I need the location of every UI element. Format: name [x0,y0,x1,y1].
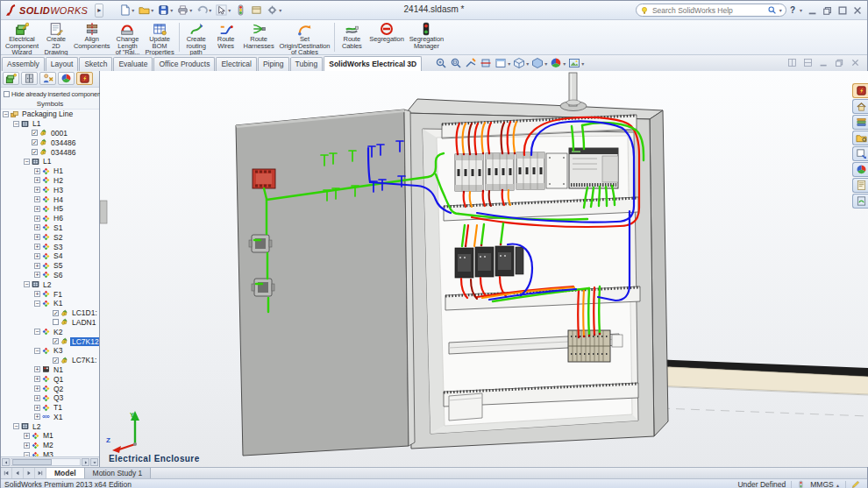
tree-item-checkbox[interactable]: ✓ [53,310,59,316]
graphics-area[interactable]: Y Z Electrical Enclosure [100,71,868,467]
tree-item-0001[interactable]: ✓0001 [1,129,99,138]
expand-icon[interactable]: + [34,196,40,202]
expand-icon[interactable]: + [34,263,40,269]
design-library-tab[interactable] [852,115,868,130]
help-button[interactable]: ? [790,5,795,15]
tree-item-m1[interactable]: +M1 [1,431,99,441]
dropdown-caret-icon[interactable]: ▾ [228,7,231,13]
segregation-manager-button[interactable]: SegregationManager [407,20,446,54]
dropdown-caret-icon[interactable]: ▾ [581,60,584,67]
section-view-button[interactable] [480,57,492,69]
tree-item-h3[interactable]: +H3 [1,185,99,194]
tree-item-packaging-line[interactable]: −Packaging Line [1,110,99,119]
tree-item-lc7k12[interactable]: ✓LC7K12 [1,336,99,346]
tree-item-lc1d1[interactable]: ✓LC1D1: [1,308,99,318]
dropdown-caret-icon[interactable]: ▾ [151,7,153,13]
file-explorer-tab[interactable] [852,131,868,145]
collapse-icon[interactable]: − [3,111,9,117]
tree-item-h1[interactable]: +H1 [1,166,99,176]
tab-office-products[interactable]: Office Products [153,57,215,71]
appearances-tab[interactable] [852,162,868,177]
minimize-button[interactable] [806,4,819,16]
tree-item-s4[interactable]: +S4 [1,251,99,261]
tree-item-q2[interactable]: +Q2 [1,384,99,393]
new-document-button[interactable]: ▾ [117,4,136,17]
hide-inserted-checkbox[interactable] [4,91,10,97]
collapse-icon[interactable]: − [24,159,30,165]
restore-button[interactable] [821,4,834,16]
maximize-button[interactable] [836,4,849,16]
expand-icon[interactable]: + [34,385,40,392]
expand-icon[interactable]: + [34,376,40,382]
expand-icon[interactable]: + [34,405,40,411]
expand-icon[interactable]: + [24,442,30,449]
nav-prev-button[interactable] [12,468,24,478]
contactors[interactable] [455,246,523,278]
sheet-tab-model[interactable]: Model [46,468,85,478]
tree-item-m3[interactable]: −M3 [1,450,99,456]
route-harnesses-button[interactable]: RouteHarnesses [241,20,277,54]
door-terminal-red[interactable] [253,169,275,188]
close-doc-button[interactable] [849,57,862,68]
align-components-button[interactable]: AlignComponents [71,20,113,54]
search-input[interactable] [651,5,765,16]
tree-item-l2[interactable]: −L2 [1,279,99,289]
dropdown-caret-icon[interactable]: ▾ [279,7,281,13]
dropdown-caret-icon[interactable]: ▾ [563,60,566,67]
expand-icon[interactable]: + [34,168,40,174]
tab-solidworks-electrical-3d[interactable]: SolidWorks Electrical 3D [324,56,422,71]
manufacturer-parts-tab[interactable] [39,72,56,85]
search-caret[interactable]: ▾ [779,7,782,13]
view-palette-tab[interactable] [852,146,868,161]
display-style-button[interactable]: ▾ [531,57,547,69]
appearances-button[interactable]: ▾ [550,57,566,69]
minimize-doc-button[interactable] [817,57,830,68]
split-horizontal-button[interactable] [786,57,799,68]
collapse-icon[interactable]: − [24,281,30,287]
tree-item-h6[interactable]: +H6 [1,214,99,223]
options-button[interactable]: ▾ [265,4,283,17]
split-vertical-button[interactable] [801,57,815,68]
expand-icon[interactable]: + [34,206,40,212]
tab-layout[interactable]: Layout [46,57,79,71]
nav-next-button[interactable] [24,468,35,478]
zoom-to-fit-button[interactable] [435,57,447,69]
custom-properties-tab[interactable] [852,178,868,193]
solidworks-resources-tab[interactable] [852,83,868,98]
expand-icon[interactable]: + [34,216,40,222]
dropdown-caret-icon[interactable]: ▾ [544,60,547,67]
collapse-icon[interactable]: − [13,423,19,429]
units-selector[interactable]: MMGS ▲ [810,480,840,488]
tree-item-m2[interactable]: +M2 [1,441,99,450]
nav-first-button[interactable] [1,468,12,478]
save-button[interactable]: ▾ [156,4,174,17]
tree-item-l1[interactable]: −L1 [1,157,99,166]
route-cables-button[interactable]: RouteCables [337,20,366,54]
tree-item-checkbox[interactable] [53,319,59,325]
collapse-icon[interactable]: − [13,121,19,127]
help-caret[interactable]: ▾ [800,7,802,13]
expand-icon[interactable]: + [34,291,40,297]
search-icon[interactable] [767,5,777,15]
dropdown-caret-icon[interactable]: ▾ [526,60,529,67]
tree-item-ladn1[interactable]: LADN1 [1,318,99,328]
route-wires-button[interactable]: RouteWires [211,20,241,54]
collapse-icon[interactable]: − [34,348,40,354]
dropdown-caret-icon[interactable]: ▾ [209,7,211,13]
segregation-button[interactable]: Segregation [366,20,406,54]
scrollbar-thumb[interactable] [12,459,52,465]
tree-item-h5[interactable]: +H5 [1,204,99,214]
expand-icon[interactable]: + [24,433,30,439]
expand-icon[interactable]: + [34,244,40,250]
zoom-to-area-button[interactable] [450,57,462,69]
status-lights-button[interactable] [233,4,248,17]
file-properties-button[interactable] [249,4,264,17]
tree-item-checkbox[interactable]: ✓ [32,130,38,136]
tab-sketch[interactable]: Sketch [79,57,112,71]
tree-item-n1[interactable]: +N1 [1,365,99,375]
dropdown-caret-icon[interactable]: ▾ [189,7,192,13]
scene-button[interactable]: ▾ [568,57,584,69]
create-routing-path-button[interactable]: Createroutingpath [181,20,211,54]
tree-item-s3[interactable]: +S3 [1,242,99,251]
collapse-icon[interactable]: − [34,301,40,307]
